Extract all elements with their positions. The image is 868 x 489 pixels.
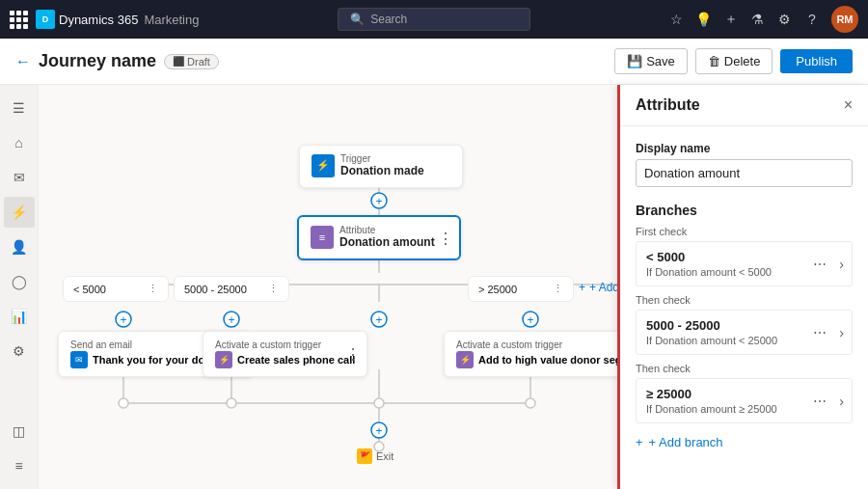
sidebar-item-forms[interactable]: ◫ <box>4 416 35 447</box>
branch-menu-2[interactable]: ⋮ <box>553 283 563 295</box>
sidebar-item-contacts[interactable]: 👤 <box>4 231 35 262</box>
expand-icon-1: ⋯ <box>813 325 827 340</box>
svg-point-31 <box>371 422 387 438</box>
sidebar-item-menu[interactable]: ☰ <box>4 93 35 123</box>
help-icon[interactable]: ? <box>804 12 820 27</box>
branch-menu-1[interactable]: ⋮ <box>268 283 279 295</box>
filter-icon[interactable]: ⚗ <box>750 12 766 27</box>
check-label-1: Then check <box>636 294 853 306</box>
branch-box-1[interactable]: 5000 - 25000 ⋮ <box>174 276 289 302</box>
sidebar-item-email[interactable]: ✉ <box>4 162 35 193</box>
lightbulb-icon[interactable]: 💡 <box>696 12 712 27</box>
main-layout: ☰ ⌂ ✉ ⚡ 👤 ◯ 📊 ⚙ ◫ ≡ <box>0 85 868 489</box>
action-node-1[interactable]: Activate a custom trigger ⚡ Create sales… <box>203 331 367 377</box>
panel-add-branch-icon: + <box>636 435 643 449</box>
branch-arrow-1: › <box>839 325 844 340</box>
svg-text:+: + <box>375 195 382 208</box>
publish-button[interactable]: Publish <box>780 49 853 73</box>
branch-arrow-0: › <box>839 257 844 272</box>
add-icon[interactable]: ＋ <box>723 12 739 27</box>
sidebar-item-segments[interactable]: ◯ <box>4 266 35 297</box>
action-title-1: Create sales phone call <box>237 354 355 366</box>
exit-node: 🚩 Exit <box>357 448 393 464</box>
status-text: Draft <box>187 56 210 68</box>
sidebar-item-home[interactable]: ⌂ <box>4 127 35 158</box>
branch-panel-item-1[interactable]: 5000 - 25000 If Donation amount < 25000 … <box>636 310 853 355</box>
page-title: Journey name <box>39 51 156 71</box>
sidebar-item-journey[interactable]: ⚡ <box>4 197 35 228</box>
action-icon-0: ✉ <box>70 351 88 368</box>
svg-text:+: + <box>228 313 234 327</box>
action-type-1: Activate a custom trigger <box>215 340 355 350</box>
svg-point-25 <box>224 312 239 327</box>
expand-icon-0: ⋯ <box>813 257 827 272</box>
attribute-icon: ≡ <box>311 226 334 249</box>
attribute-panel: Attribute × Display name Branches First … <box>617 85 868 489</box>
apps-icon[interactable] <box>10 11 28 29</box>
svg-text:+: + <box>527 313 533 327</box>
svg-point-21 <box>371 193 387 208</box>
sidebar-item-more[interactable]: ≡ <box>4 450 35 481</box>
app-name: Dynamics 365 <box>59 13 138 27</box>
panel-add-branch-button[interactable]: + + Add branch <box>636 431 723 453</box>
branch-label-1: 5000 - 25000 <box>184 284 247 295</box>
app-module: Marketing <box>144 13 199 27</box>
delete-label: Delete <box>724 54 761 68</box>
sub-header: ← Journey name ⬛ Draft 💾 Save 🗑 Delete P… <box>0 39 868 85</box>
search-placeholder: Search <box>370 13 407 26</box>
save-button[interactable]: 💾 Save <box>614 48 688 74</box>
top-nav-left: D Dynamics 365 Marketing <box>10 10 199 29</box>
trigger-title: Donation made <box>340 164 424 177</box>
branch-panel-item-2[interactable]: ≥ 25000 If Donation amount ≥ 25000 ⋯ › <box>636 378 853 423</box>
branches-section-title: Branches <box>636 203 853 218</box>
branch-menu-0[interactable]: ⋮ <box>148 283 158 295</box>
trigger-node[interactable]: ⚡ Trigger Donation made <box>299 145 463 188</box>
top-nav: D Dynamics 365 Marketing 🔍 Search ☆ 💡 ＋ … <box>0 0 868 39</box>
trigger-icon: ⚡ <box>312 154 335 177</box>
svg-point-16 <box>119 398 128 408</box>
svg-point-19 <box>526 398 535 408</box>
attribute-menu[interactable]: ⋮ <box>438 229 453 247</box>
search-box[interactable]: 🔍 Search <box>338 8 530 31</box>
delete-button[interactable]: 🗑 Delete <box>695 48 773 74</box>
d365-icon: D <box>36 10 55 29</box>
action-icon-1: ⚡ <box>215 351 232 368</box>
attribute-type: Attribute <box>339 225 435 235</box>
svg-text:+: + <box>375 424 382 438</box>
save-label: Save <box>646 54 675 68</box>
branch-arrow-2: › <box>839 394 844 409</box>
branch-panel-item-0[interactable]: < 5000 If Donation amount < 5000 ⋯ › <box>636 241 853 286</box>
check-label-2: Then check <box>636 363 853 374</box>
panel-header: Attribute × <box>620 85 868 126</box>
branch-box-2[interactable]: > 25000 ⋮ <box>468 276 574 302</box>
branch-label-0: < 5000 <box>73 284 106 295</box>
left-sidebar: ☰ ⌂ ✉ ⚡ 👤 ◯ 📊 ⚙ ◫ ≡ <box>0 85 39 489</box>
sidebar-item-settings[interactable]: ⚙ <box>4 336 35 367</box>
exit-label: Exit <box>376 450 393 462</box>
panel-body: Display name Branches First check < 5000… <box>620 126 868 489</box>
add-branch-icon: + <box>579 281 585 294</box>
panel-close-button[interactable]: × <box>844 96 853 114</box>
sub-header-left: ← Journey name ⬛ Draft <box>15 51 219 71</box>
sidebar-item-analytics[interactable]: 📊 <box>4 301 35 332</box>
trigger-type: Trigger <box>340 153 424 164</box>
user-avatar[interactable]: RM <box>831 6 858 33</box>
svg-point-29 <box>523 312 538 327</box>
back-button[interactable]: ← <box>15 53 31 70</box>
action-menu-1[interactable]: ⋮ <box>345 345 361 364</box>
save-icon: 💾 <box>627 54 642 68</box>
settings-icon[interactable]: ⚙ <box>777 12 793 27</box>
attribute-node[interactable]: ≡ Attribute Donation amount ⋮ <box>297 215 461 260</box>
favorites-icon[interactable]: ☆ <box>669 12 685 27</box>
check-label-0: First check <box>636 226 853 237</box>
panel-add-branch-label: + Add branch <box>649 435 723 449</box>
exit-icon: 🚩 <box>357 448 372 464</box>
display-name-input[interactable] <box>636 159 853 187</box>
svg-text:+: + <box>375 313 382 327</box>
svg-point-27 <box>371 312 387 327</box>
svg-point-17 <box>227 398 236 408</box>
app-logo: D Dynamics 365 Marketing <box>36 10 199 29</box>
sub-header-right: 💾 Save 🗑 Delete Publish <box>614 48 853 74</box>
attribute-title: Donation amount <box>339 235 435 249</box>
branch-box-0[interactable]: < 5000 ⋮ <box>63 276 169 302</box>
